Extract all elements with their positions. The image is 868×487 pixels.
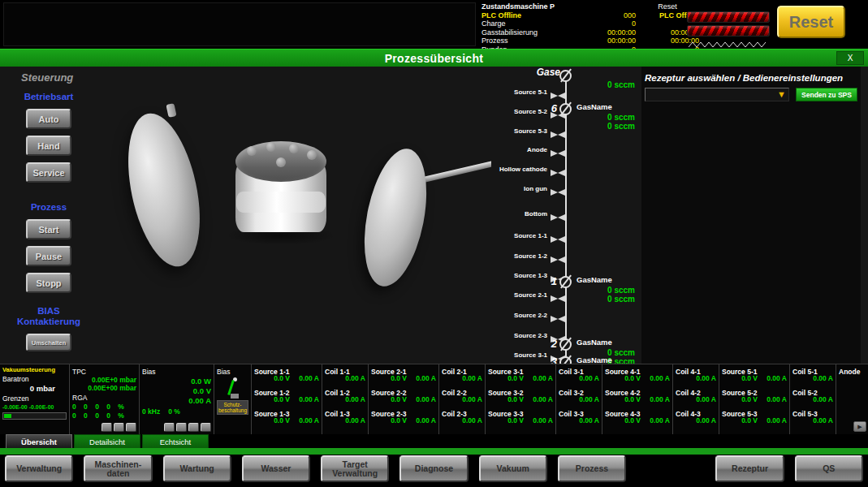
nav-wartung[interactable]: Wartung (163, 455, 231, 482)
source-row: Source 4-30.0 V0.00 A (605, 408, 670, 429)
nav-vakuum[interactable]: Vakuum (479, 455, 547, 482)
rga-mini-button[interactable] (101, 423, 112, 432)
coil-values: 0.00 A (813, 374, 833, 382)
steuerung-title: Steuerung (21, 71, 83, 84)
nav-maschinen-daten[interactable]: Maschinen- daten (84, 455, 152, 482)
rga-label: RGA (72, 394, 136, 402)
valve-icon (550, 252, 566, 267)
nav-wasser[interactable]: Wasser (242, 455, 310, 482)
source-values: 0.0 V0.00 A (735, 395, 787, 403)
chamber-3d-render (81, 70, 491, 359)
vakuum-title: Vakuumsteuerung (2, 366, 67, 373)
coil-values: 0.00 A (813, 395, 833, 403)
nav-prozess[interactable]: Prozess (558, 455, 626, 482)
rga-mini-button[interactable] (126, 423, 136, 432)
stopp-button[interactable]: Stopp (26, 273, 71, 293)
close-button[interactable]: X (836, 51, 864, 65)
slider-thumb[interactable] (4, 414, 11, 418)
gas-valve-label: Source 2-1 (495, 291, 547, 300)
bias-protect-label: Bias (217, 368, 248, 376)
valve-icon (550, 146, 566, 161)
valve-handle (560, 69, 572, 83)
nav-verwaltung[interactable]: Verwaltung (5, 455, 73, 482)
source-current: 0.00 A (764, 395, 787, 403)
send-to-sps-button[interactable]: Senden zu SPS (796, 88, 857, 101)
tab-echtsicht[interactable]: Echtsicht (142, 434, 209, 448)
pause-button[interactable]: Pause (26, 246, 71, 266)
reset-button[interactable]: Reset (777, 6, 845, 38)
bias-mini-button[interactable] (201, 423, 211, 432)
status-row: PLC Offline000PLC Offline (482, 11, 701, 20)
limit-slider[interactable] (2, 412, 67, 420)
coil-values: 0.00 A (579, 395, 599, 403)
auto-button[interactable]: Auto (26, 109, 71, 129)
nav-qs[interactable]: QS (795, 455, 863, 482)
gas-number: 2 (539, 338, 557, 350)
rga-buttons (101, 423, 136, 432)
service-button[interactable]: Service (26, 162, 71, 183)
source-values: 0.0 V0.00 A (735, 374, 787, 382)
coil-panel: Coil 3-10.00 ACoil 3-20.00 ACoil 3-30.00… (556, 364, 602, 434)
source-voltage: 0.0 V (267, 374, 290, 382)
gas-valve-row: Source 2-2 (495, 311, 640, 321)
gas-valve-label: Bottom (495, 209, 547, 218)
valve-icon (550, 232, 566, 247)
gas-valve-icon (559, 338, 572, 351)
valve-icon (550, 127, 566, 142)
rga-mini-button[interactable] (114, 423, 124, 432)
coil-current: 0.00 A (813, 374, 833, 382)
status-label: Gasstabilisierung (482, 28, 595, 37)
source-values: 0.0 V0.00 A (618, 395, 670, 403)
scroll-right-button[interactable]: ▶ (853, 421, 866, 432)
page-title: Prozessübersicht (0, 52, 868, 65)
recipe-dropdown[interactable]: ▼ (645, 88, 789, 101)
topbar: Zustandsmaschine P Reset PLC Offline000P… (0, 0, 868, 49)
source-row: Source 2-30.0 V0.00 A (371, 408, 436, 429)
coil-row: Coil 4-30.00 A (676, 408, 716, 429)
coil-row: Coil 3-20.00 A (559, 387, 599, 408)
coil-values: 0.00 A (579, 374, 599, 382)
bias-mini-button[interactable] (164, 423, 175, 432)
nav-target-verwaltung[interactable]: Target Verwaltung (321, 455, 389, 482)
bias-mini-button[interactable] (188, 423, 199, 432)
group-label: Betriebsart (15, 92, 83, 102)
hazard-indicator (687, 11, 770, 49)
coil-current: 0.00 A (462, 374, 482, 382)
source-current: 0.00 A (296, 395, 319, 403)
coil-row: Coil 3-30.00 A (559, 408, 599, 429)
gas-number: 3 (539, 356, 557, 364)
tab-uebersicht[interactable]: Übersicht (6, 434, 72, 448)
status-value: 000 (595, 11, 636, 20)
coil-row: Coil 5-20.00 A (792, 387, 833, 408)
coil-current: 0.00 A (462, 395, 482, 403)
gas-valve-label: Anode (495, 145, 547, 154)
bias-value: 0.0 V (142, 386, 211, 395)
feedthrough-icon (276, 157, 286, 167)
bias-mini-button[interactable] (176, 423, 187, 432)
gas-valve-label: Source 5-1 (495, 88, 547, 97)
group-label: Prozess (15, 202, 83, 213)
bias-protect-panel: BiasSchutz- beschaltung (214, 364, 252, 434)
nav-diagnose[interactable]: Diagnose (399, 455, 468, 482)
tab-detailsicht[interactable]: Detailsicht (74, 434, 140, 448)
source-panel: Source 5-10.0 V0.00 ASource 5-20.0 V0.00… (719, 364, 790, 434)
hmi-screen: Zustandsmaschine P Reset PLC Offline000P… (0, 0, 868, 487)
switch-base (231, 394, 239, 399)
source-row: Source 1-20.0 V0.00 A (254, 387, 319, 408)
source-values: 0.0 V0.00 A (501, 416, 553, 425)
gas-name-label: GasName (577, 102, 612, 111)
feedthrough-icon (247, 146, 257, 156)
source-current: 0.00 A (647, 374, 670, 382)
hand-button[interactable]: Hand (26, 136, 71, 156)
gas-valve-label: Source 1-2 (495, 252, 547, 261)
feedthrough-icon (266, 142, 276, 152)
start-button[interactable]: Start (26, 219, 71, 239)
coil-current: 0.00 A (696, 374, 716, 382)
nav-rezeptur[interactable]: Rezeptur (715, 455, 784, 482)
gas-valve-row: Source 1-2 (495, 252, 640, 261)
umschalten-button[interactable]: Umschalten (26, 334, 71, 351)
source-voltage: 0.0 V (384, 416, 407, 425)
source-current: 0.00 A (296, 374, 319, 382)
source-voltage: 0.0 V (618, 374, 641, 382)
view-tabs: ÜbersichtDetailsichtEchtsicht (0, 434, 868, 448)
